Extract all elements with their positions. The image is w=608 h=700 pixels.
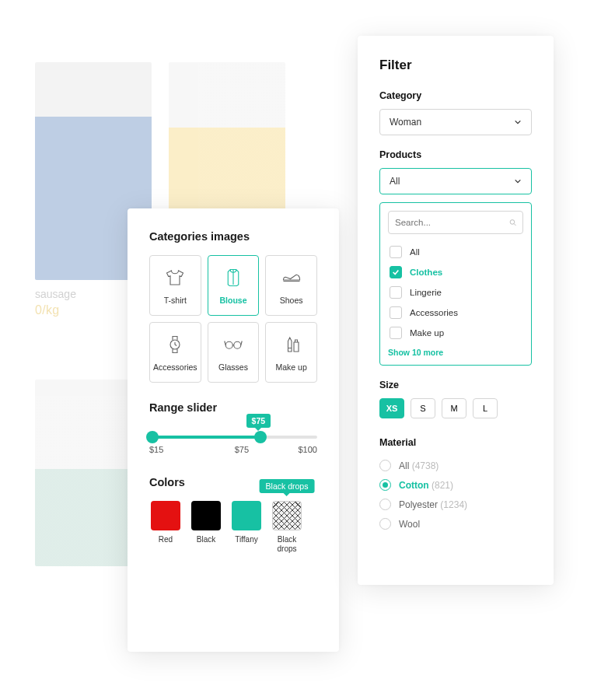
material-option[interactable]: Cotton (821) — [379, 475, 532, 495]
checkbox-icon — [390, 306, 402, 319]
slider-min-label: $15 — [149, 445, 163, 454]
colors-row: Red Black Tiffany Black drops Black drop… — [149, 501, 317, 553]
range-slider[interactable] — [149, 436, 317, 439]
size-row: XSSML — [379, 398, 532, 418]
slider-tooltip: $75 — [246, 414, 271, 428]
product-option[interactable]: Lingerie — [388, 282, 523, 303]
shoes-icon — [280, 266, 303, 289]
size-pill-l[interactable]: L — [473, 398, 498, 418]
material-label: Polyester (1234) — [399, 499, 467, 510]
blouse-icon — [222, 266, 245, 289]
slider-max-label: $100 — [299, 445, 317, 454]
size-label: Size — [379, 380, 532, 390]
radio-icon — [379, 499, 391, 510]
slider-cur-label: $75 — [235, 445, 249, 454]
slider-labels: $15 $75 $100 — [149, 445, 317, 454]
tile-label: Make up — [276, 362, 307, 372]
size-pill-xs[interactable]: XS — [379, 398, 404, 418]
makeup-icon — [280, 333, 303, 356]
filter-card: Filter Category Woman Products All AllCl… — [358, 36, 554, 585]
checkbox-icon — [390, 327, 402, 339]
category-tile-blouse[interactable]: Blouse — [208, 255, 260, 316]
show-more-link[interactable]: Show 10 more — [388, 348, 523, 357]
tile-label: Shoes — [280, 296, 303, 305]
option-label: All — [410, 247, 420, 257]
tile-label: T-shirt — [164, 296, 187, 305]
color-swatch-blackdrops[interactable] — [272, 501, 302, 530]
tile-label: Accessories — [153, 362, 197, 372]
range-title: Range slider — [149, 401, 317, 414]
swatch-label: Tiffany — [230, 535, 263, 544]
material-label: All (4738) — [399, 460, 439, 471]
category-tiles: T-shirt Blouse Shoes Accessories Glasses… — [149, 255, 317, 383]
color-swatch-black[interactable] — [191, 501, 221, 530]
swatch-label: Red — [149, 535, 182, 544]
checkbox-icon — [390, 246, 402, 258]
tile-label: Glasses — [218, 362, 248, 372]
categories-card: Categories images T-shirt Blouse Shoes A… — [128, 208, 339, 652]
glasses-icon — [222, 333, 245, 356]
categories-title: Categories images — [149, 230, 317, 243]
tshirt-icon — [163, 266, 187, 289]
radio-icon — [379, 479, 391, 491]
option-label: Clothes — [410, 268, 442, 277]
product-option[interactable]: All — [388, 242, 523, 262]
tile-label: Blouse — [219, 296, 246, 305]
radio-icon — [379, 518, 391, 530]
filter-heading: Filter — [379, 58, 532, 73]
products-label: Products — [379, 149, 532, 160]
category-tile-tshirt[interactable]: T-shirt — [149, 255, 201, 316]
product-option[interactable]: Accessories — [388, 303, 523, 323]
material-option[interactable]: All (4738) — [379, 456, 532, 475]
size-pill-s[interactable]: S — [411, 398, 435, 418]
option-label: Make up — [410, 328, 444, 338]
material-option[interactable]: Wool — [379, 514, 532, 534]
svg-line-4 — [514, 224, 515, 226]
radio-icon — [379, 460, 391, 471]
category-tile-glasses[interactable]: Glasses — [208, 322, 260, 383]
product-option[interactable]: Clothes — [388, 262, 523, 282]
slider-fill — [149, 436, 260, 439]
svg-point-1 — [225, 341, 232, 348]
search-input[interactable] — [388, 211, 523, 234]
category-tile-shoes[interactable]: Shoes — [265, 255, 317, 316]
color-swatch-tiffany[interactable] — [232, 501, 261, 530]
products-select[interactable]: All — [379, 168, 532, 194]
category-value: Woman — [390, 117, 421, 128]
slider-thumb-min[interactable] — [146, 431, 159, 443]
color-swatch-red[interactable] — [151, 501, 180, 530]
material-label: Cotton (821) — [399, 480, 453, 491]
svg-point-3 — [510, 220, 515, 225]
swatch-tooltip: Black drops — [260, 479, 315, 493]
material-option[interactable]: Polyester (1234) — [379, 495, 532, 514]
size-pill-m[interactable]: M — [442, 398, 466, 418]
search-icon — [509, 217, 516, 228]
svg-point-2 — [234, 341, 241, 348]
checkbox-icon — [390, 286, 402, 299]
swatch-label: Black — [190, 535, 222, 544]
products-value: All — [390, 176, 400, 187]
slider-thumb-max[interactable] — [254, 431, 267, 443]
products-dropdown: AllClothesLingerieAccessoriesMake up Sho… — [379, 202, 532, 366]
material-label: Wool — [399, 519, 420, 530]
material-list: All (4738)Cotton (821)Polyester (1234)Wo… — [379, 456, 532, 534]
option-label: Accessories — [410, 308, 458, 317]
search-field[interactable] — [395, 218, 509, 227]
option-label: Lingerie — [410, 288, 442, 297]
watch-icon — [163, 333, 187, 356]
category-tile-accessories[interactable]: Accessories — [149, 322, 201, 383]
category-select[interactable]: Woman — [379, 109, 532, 135]
product-option[interactable]: Make up — [388, 323, 523, 343]
chevron-down-icon — [514, 118, 522, 126]
category-label: Category — [379, 90, 532, 101]
checkbox-icon — [390, 266, 402, 278]
material-label: Material — [379, 437, 532, 448]
category-tile-makeup[interactable]: Make up — [265, 322, 317, 383]
chevron-down-icon — [514, 177, 522, 185]
swatch-label: Black drops — [271, 535, 303, 553]
